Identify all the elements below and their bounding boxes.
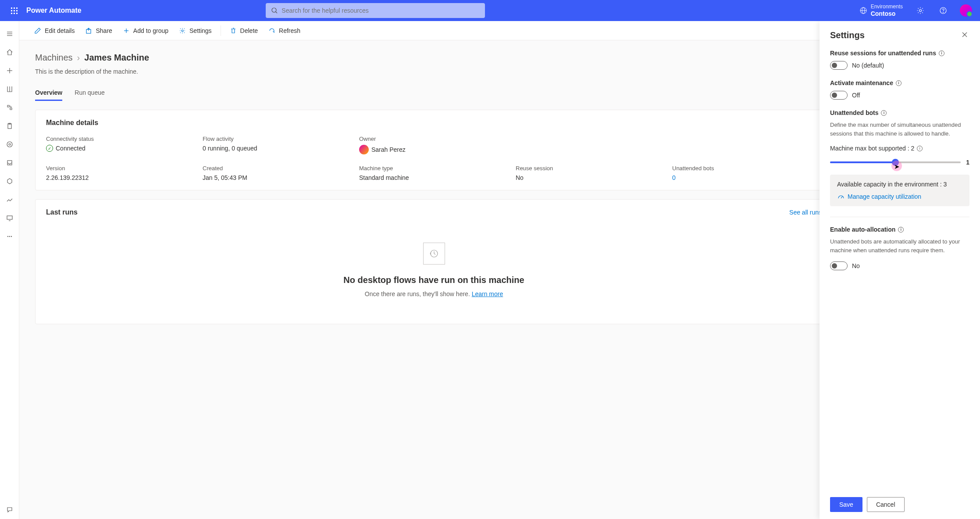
tab-runqueue[interactable]: Run queue	[75, 86, 105, 101]
left-nav-rail	[0, 21, 19, 519]
account-button[interactable]	[955, 0, 976, 21]
breadcrumb-current: James Machine	[84, 53, 149, 63]
desktop-icon	[6, 215, 13, 222]
detail-label: Created	[203, 165, 352, 172]
app-launcher-button[interactable]	[4, 0, 25, 21]
environment-picker[interactable]: Environments Contoso	[854, 4, 908, 17]
refresh-icon	[268, 27, 275, 34]
clipboard-icon	[6, 122, 13, 129]
nav-flows[interactable]	[1, 98, 18, 117]
analytics-icon	[6, 196, 13, 203]
search-input[interactable]	[282, 7, 480, 14]
svg-point-7	[943, 12, 944, 13]
edit-icon	[34, 27, 41, 34]
slider-thumb[interactable]: ➤	[892, 159, 899, 166]
nav-home[interactable]	[1, 43, 18, 61]
card-title: Last runs	[46, 208, 78, 216]
delete-button[interactable]: Delete	[225, 25, 262, 37]
max-bot-label: Machine max bot supported : 2 i	[830, 145, 969, 152]
info-icon[interactable]: i	[939, 50, 944, 56]
nav-templates[interactable]	[1, 80, 18, 98]
share-icon	[85, 27, 92, 34]
svg-line-30	[841, 197, 842, 198]
home-icon	[6, 49, 13, 56]
separator	[221, 25, 221, 36]
created-value: Jan 5, 05:43 PM	[203, 174, 352, 181]
learn-more-link[interactable]: Learn more	[472, 290, 503, 297]
version-value: 2.26.139.22312	[46, 174, 196, 181]
reuse-session-value: No	[516, 174, 665, 181]
see-all-runs-link[interactable]: See all runs	[789, 209, 822, 216]
tab-overview[interactable]: Overview	[35, 86, 62, 101]
share-button[interactable]: Share	[81, 25, 116, 37]
capacity-label: Available capacity in the environment : …	[837, 181, 962, 188]
svg-point-26	[182, 30, 183, 32]
detail-label: Unattended bots	[672, 165, 822, 172]
header-bar: Power Automate Environments Contoso	[0, 0, 980, 21]
nav-build[interactable]	[1, 172, 18, 190]
svg-rect-13	[8, 124, 11, 129]
plus-icon	[6, 67, 13, 74]
search-icon	[271, 7, 278, 14]
unattended-bots-desc: Define the max number of simultaneous un…	[830, 121, 969, 138]
search-box[interactable]	[266, 3, 485, 18]
activate-maintenance-toggle[interactable]	[830, 91, 848, 100]
machine-details-card: Machine details Connectivity status ✓ Co…	[35, 110, 833, 190]
nav-ask[interactable]	[1, 501, 18, 519]
svg-point-22	[11, 236, 11, 237]
info-icon[interactable]: i	[898, 227, 904, 233]
cancel-button[interactable]: Cancel	[867, 497, 905, 512]
user-avatar	[960, 4, 972, 17]
nav-approvals[interactable]	[1, 117, 18, 135]
machine-type-value: Standard machine	[359, 174, 509, 181]
chevron-right-icon: ›	[77, 53, 80, 63]
close-panel-button[interactable]	[960, 30, 969, 41]
detail-label: Flow activity	[203, 136, 352, 142]
reuse-sessions-toggle[interactable]	[830, 61, 848, 70]
unattended-bots-value[interactable]: 0	[672, 174, 822, 181]
max-bot-slider[interactable]: ➤	[830, 161, 961, 163]
last-runs-card: Last runs See all runs No desktop flows …	[35, 199, 833, 324]
empty-subtitle: Once there are runs, they'll show here. …	[55, 290, 813, 297]
book-icon	[6, 86, 13, 93]
card-title: Machine details	[46, 119, 822, 127]
plus-icon	[123, 27, 130, 34]
settings-command-button[interactable]: Settings	[175, 25, 216, 37]
edit-details-button[interactable]: Edit details	[30, 25, 79, 37]
svg-point-20	[7, 236, 8, 237]
empty-title: No desktop flows have run on this machin…	[55, 275, 813, 285]
nav-toggle-button[interactable]	[1, 25, 18, 43]
info-icon[interactable]: i	[896, 80, 902, 86]
breadcrumb-parent[interactable]: Machines	[35, 53, 73, 63]
nav-desktop[interactable]	[1, 209, 18, 227]
svg-rect-18	[7, 216, 12, 219]
nav-more[interactable]	[1, 227, 18, 246]
manage-capacity-link[interactable]: Manage capacity utilization	[837, 193, 962, 200]
env-name: Contoso	[871, 10, 903, 18]
build-icon	[6, 178, 13, 185]
refresh-button[interactable]: Refresh	[264, 25, 305, 37]
save-button[interactable]: Save	[830, 497, 862, 512]
history-icon	[423, 243, 445, 265]
owner-value: Sarah Perez	[359, 145, 822, 154]
detail-label: Connectivity status	[46, 136, 196, 142]
nav-models[interactable]	[1, 154, 18, 172]
flow-activity-value: 0 running, 0 queued	[203, 145, 352, 152]
info-icon[interactable]: i	[917, 146, 923, 151]
activate-maintenance-label: Activate maintenance i	[830, 79, 969, 86]
unattended-bots-title: Unattended bots i	[830, 109, 969, 116]
models-icon	[6, 159, 13, 166]
chat-icon	[6, 506, 13, 513]
nav-create[interactable]	[1, 61, 18, 80]
nav-analytics[interactable]	[1, 190, 18, 209]
add-to-group-button[interactable]: Add to group	[118, 25, 173, 37]
app-title: Power Automate	[26, 7, 82, 14]
reuse-sessions-label: Reuse sessions for unattended runs i	[830, 50, 969, 57]
gauge-icon	[837, 193, 844, 200]
nav-processes[interactable]	[1, 135, 18, 154]
help-button[interactable]	[933, 0, 954, 21]
info-icon[interactable]: i	[881, 110, 887, 116]
svg-point-0	[272, 8, 276, 12]
settings-button[interactable]	[910, 0, 931, 21]
auto-allocation-toggle[interactable]	[830, 261, 848, 270]
